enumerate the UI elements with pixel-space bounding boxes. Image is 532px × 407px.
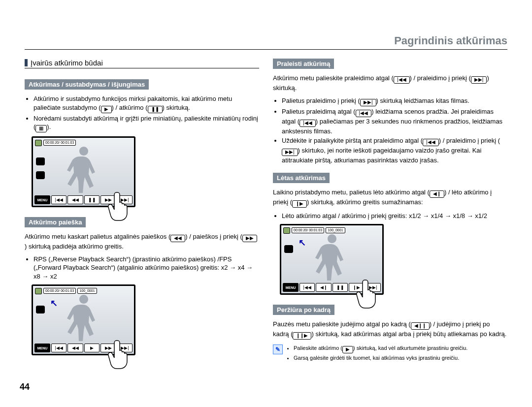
pause-button[interactable]: ❚❚ <box>332 283 348 292</box>
sub-playback-pause-off: Atkūrimas / sustabdymas / išjungimas <box>25 79 149 90</box>
skip-back-button[interactable]: |◀◀ <box>299 283 315 292</box>
grid-icon <box>36 306 45 313</box>
para-search: Atkūrimo metu kaskart palietus atgalinės… <box>25 232 259 251</box>
para-skip: Atkūrimo metu palieskite praleidimo atga… <box>273 74 507 93</box>
list-playback: Atkūrimo ir sustabdymo funkcijos mirksi … <box>25 94 259 132</box>
list-skip: Palietus praleidimo į priekį (▶▶|) skirt… <box>273 96 507 165</box>
para-slow: Laikino pristabdymo metu, palietus lėto … <box>273 188 507 208</box>
section-heading: Įvairūs atkūrimo būdai <box>25 59 259 68</box>
list-search: RPS („Reverse Playback Search“) (įprasti… <box>25 255 259 281</box>
page-title: Pagrindinis atkūrimas <box>25 34 507 50</box>
page-number: 44 <box>20 382 30 392</box>
note-icon: ✎ <box>273 344 283 354</box>
silhouette-icon <box>66 293 101 342</box>
note-box: ✎ Palieskite atkūrimo (▶) skirtuką, kad … <box>273 344 507 363</box>
play-button[interactable]: ▶ <box>84 344 100 352</box>
pointer-arrow-icon: ↖ <box>50 298 58 309</box>
silhouette-icon <box>315 232 349 282</box>
right-column: Praleisti atkūrimą Atkūrimo metu paliesk… <box>273 59 507 363</box>
play-indicator-icon <box>283 227 290 234</box>
skip-back-button[interactable]: |◀◀ <box>51 195 66 204</box>
sub-skip: Praleisti atkūrimą <box>273 59 334 69</box>
hand-icon <box>108 191 135 221</box>
sub-search: Atkūrimo paieška <box>25 217 86 227</box>
rewind-button[interactable]: ◀◀ <box>67 344 83 352</box>
left-column: Įvairūs atkūrimo būdai Atkūrimas / susta… <box>25 59 259 363</box>
pause-button[interactable]: ❚❚ <box>84 195 100 204</box>
menu-button[interactable]: MENU <box>283 283 299 292</box>
sub-frame: Peržiūra po kadrą <box>273 305 334 315</box>
list-slow: Lėto atkūrimo atgal / atkūrimo į priekį … <box>273 212 507 220</box>
skip-back-button[interactable]: |◀◀ <box>51 344 66 352</box>
grid-icon <box>36 171 45 179</box>
para-frame: Pauzės metu palieskite judėjimo atgal po… <box>273 320 507 340</box>
play-indicator-icon <box>35 288 42 294</box>
rewind-button[interactable]: ◀◀ <box>67 195 83 204</box>
sub-slow: Lėtas atkūrimas <box>273 173 330 183</box>
silhouette-icon <box>66 145 101 194</box>
play-indicator-icon <box>35 140 42 146</box>
hand-icon <box>108 340 135 369</box>
step-back-button[interactable]: ◀❙ <box>316 283 331 292</box>
grid-icon <box>284 245 293 253</box>
pointer-arrow-icon: ↖ <box>299 237 306 248</box>
hand-icon <box>356 279 384 309</box>
speaker-icon <box>36 157 45 165</box>
lcd-screenshot-1: 00:00:20/ 00:01:03 MENU |◀◀ ◀◀ ❚❚ ▶ <box>32 136 133 207</box>
menu-button[interactable]: MENU <box>34 344 50 352</box>
menu-button[interactable]: MENU <box>34 195 50 204</box>
lcd-screenshot-3: 00:00:20/ 00:01:03 100_0001 ↖ MENU |◀◀ ◀… <box>280 224 381 295</box>
section-heading-text: Įvairūs atkūrimo būdai <box>31 59 103 67</box>
lcd-screenshot-2: 00:00:20/ 00:01:03 100_0001 ↖ MENU |◀◀ ◀… <box>32 284 133 355</box>
